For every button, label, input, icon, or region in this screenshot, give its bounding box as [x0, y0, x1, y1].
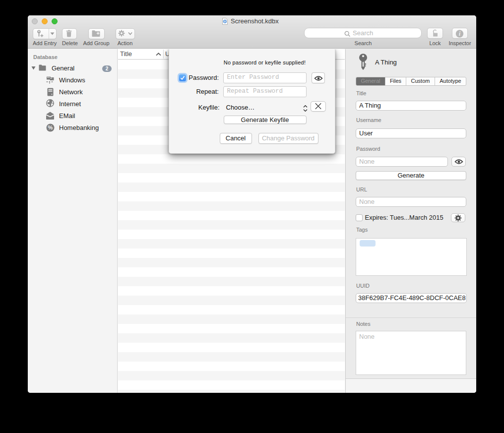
svg-text:%: % [48, 124, 53, 130]
